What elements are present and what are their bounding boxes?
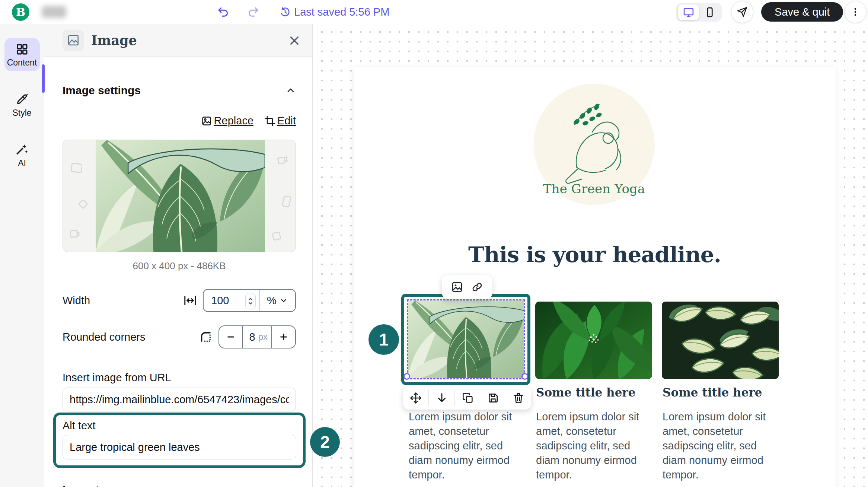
corner-radius-icon	[199, 330, 213, 344]
chevron-up-icon	[285, 85, 296, 96]
content-grid-icon	[16, 43, 29, 56]
placeholder-camera-icon	[277, 155, 288, 165]
placeholder-square-icon	[271, 231, 282, 241]
move-block-button[interactable]	[403, 392, 428, 404]
width-control: 100 %	[203, 289, 296, 312]
image-icon	[67, 34, 80, 47]
send-test-button[interactable]	[731, 1, 753, 23]
redo-icon	[247, 6, 259, 18]
sidebar-item-label: AI	[18, 158, 26, 168]
sidebar-item-ai[interactable]: AI	[4, 139, 40, 172]
rounded-corners-label: Rounded corners	[63, 331, 145, 343]
rounded-corners-control: 8 px	[218, 325, 296, 348]
replace-image-link[interactable]: Replace	[201, 115, 253, 127]
left-sidebar: Content Style AI	[0, 24, 44, 487]
paper-plane-icon	[737, 6, 748, 17]
alt-text-label: Alt text	[63, 420, 296, 432]
image-block-iconbox	[63, 30, 84, 51]
column1-body[interactable]: Lorem ipsum dolor sit amet, consetetur s…	[409, 410, 532, 482]
history-clock-icon	[280, 7, 290, 17]
column3-title[interactable]: Some title here	[663, 386, 785, 399]
width-value-field[interactable]: 100	[204, 290, 259, 311]
delete-block-button[interactable]	[506, 392, 531, 404]
desktop-preview-button[interactable]	[678, 4, 699, 20]
column2-title[interactable]: Some title here	[536, 386, 659, 399]
sidebar-item-label: Style	[12, 108, 31, 118]
image-preview-frame[interactable]	[63, 140, 296, 252]
width-stepper[interactable]	[245, 293, 256, 309]
save-block-button[interactable]	[481, 392, 506, 404]
panel-header: Image	[44, 24, 312, 57]
url-field-label: Insert image from URL	[63, 372, 296, 384]
stepper-arrows-icon	[247, 296, 254, 307]
sidebar-item-style[interactable]: Style	[4, 88, 40, 121]
more-options-button[interactable]	[844, 1, 867, 23]
kebab-menu-icon	[850, 7, 861, 17]
chevron-down-icon	[280, 296, 288, 305]
green-yoga-logo[interactable]: The Green Yoga	[533, 83, 655, 206]
column2-image[interactable]	[535, 302, 652, 379]
image-settings-header[interactable]: Image settings	[63, 84, 296, 97]
redacted-template-name	[42, 6, 66, 18]
swap-image-icon[interactable]	[451, 281, 463, 293]
width-row: Width 100 %	[63, 289, 296, 312]
width-unit-value: %	[267, 295, 277, 307]
alt-text-input[interactable]	[63, 435, 296, 459]
mobile-icon	[704, 7, 715, 18]
image-preview-thumbnail	[96, 140, 265, 252]
column2-body[interactable]: Lorem ipsum dolor sit amet, consetetur s…	[536, 410, 659, 482]
decrease-radius-button[interactable]	[219, 326, 242, 348]
plus-icon	[279, 332, 288, 342]
trash-icon	[513, 392, 524, 404]
image-settings-panel: Image Image settings Replace Edit	[44, 24, 313, 487]
radius-value-field[interactable]: 8 px	[242, 326, 272, 348]
column1-image[interactable]	[408, 300, 524, 378]
sidebar-item-content[interactable]: Content	[4, 38, 40, 71]
replace-label: Replace	[214, 115, 253, 127]
sidebar-item-label: Content	[7, 58, 37, 68]
duplicate-block-button[interactable]	[455, 392, 481, 404]
brevo-logo[interactable]: B	[12, 3, 29, 21]
mobile-preview-button[interactable]	[699, 4, 720, 20]
selected-image-block[interactable]	[401, 294, 530, 385]
device-preview-toggle	[676, 3, 722, 22]
logo-text: The Green Yoga	[543, 181, 645, 196]
crop-icon	[265, 116, 275, 126]
magic-wand-icon	[16, 143, 29, 156]
annotation-step-2-badge: 2	[310, 427, 340, 457]
editor-canvas: The Green Yoga This is your headline.	[313, 24, 868, 487]
image-url-input[interactable]	[63, 388, 296, 411]
block-action-toolbar	[403, 386, 531, 410]
layout-section-title: Layout	[63, 484, 296, 487]
column3-body[interactable]: Lorem ipsum dolor sit amet, consetetur s…	[663, 410, 785, 482]
increase-radius-button[interactable]	[272, 326, 295, 348]
selected-image-dashed-outline	[407, 299, 525, 379]
close-icon	[288, 35, 300, 47]
image-mini-toolbar	[442, 275, 492, 299]
email-headline[interactable]: This is your headline.	[354, 242, 836, 267]
desktop-icon	[683, 7, 694, 18]
email-sheet: The Green Yoga This is your headline.	[354, 67, 836, 487]
resize-handle-bottom-left[interactable]	[403, 373, 410, 380]
move-down-button[interactable]	[429, 392, 454, 404]
undo-button[interactable]	[217, 6, 229, 18]
resize-handle-bottom-right[interactable]	[521, 373, 528, 380]
close-panel-button[interactable]	[288, 35, 300, 47]
minus-icon	[226, 332, 236, 342]
column3-image[interactable]	[662, 302, 779, 379]
radius-value: 8	[249, 331, 255, 343]
placeholder-diamond-icon	[78, 199, 88, 209]
width-unit-dropdown[interactable]: %	[259, 290, 295, 311]
panel-body: Image settings Replace Edit 600 x 400 px…	[44, 84, 312, 487]
top-bar: B Last saved 5:56 PM Save & quit	[0, 0, 868, 24]
link-icon[interactable]	[471, 281, 483, 293]
placeholder-photo-icon	[71, 163, 82, 173]
redo-button[interactable]	[247, 6, 259, 18]
move-icon	[410, 392, 422, 404]
annotation-step-1-badge: 1	[368, 324, 399, 355]
edit-image-link[interactable]: Edit	[265, 115, 296, 127]
image-meta-caption: 600 x 400 px - 486KB	[63, 260, 296, 272]
image-actions-row: Replace Edit	[63, 115, 296, 127]
image-settings-title: Image settings	[63, 84, 141, 97]
save-quit-button[interactable]: Save & quit	[761, 2, 843, 22]
